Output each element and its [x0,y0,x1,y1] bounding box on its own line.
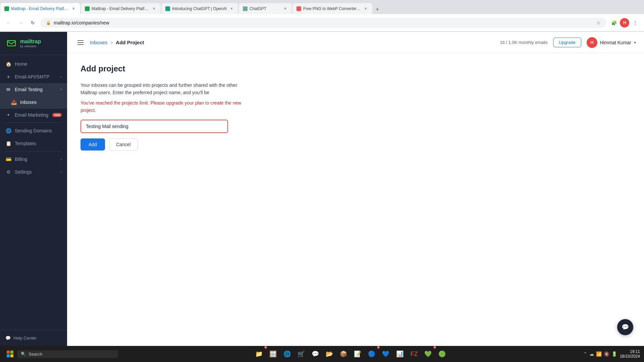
menu-button[interactable] [75,37,86,48]
taskbar-n[interactable]: 📝 [351,347,364,361]
sidebar-item-settings[interactable]: ⚙ Settings › [0,166,67,178]
taskbar-file-explorer[interactable]: 📁 1 [252,347,266,361]
tab-4[interactable]: ChatGPT ✕ [238,3,292,14]
taskbar-chrome[interactable]: 🔵 2 [365,347,378,361]
page-content: Add project Your inboxes can be grouped … [67,53,644,346]
tab-5-favicon [297,6,301,11]
sidebar-item-sending-domains[interactable]: 🌐 Sending Domains [0,124,67,137]
tab-3-title: Introducing ChatGPT | OpenAI [172,6,227,11]
sidebar-item-billing-label: Billing [15,157,57,162]
back-button[interactable]: ← [4,18,13,27]
new-tab-button[interactable]: + [373,5,382,14]
taskbar-store[interactable]: 🛒 [294,347,308,361]
taskbar-vscode[interactable]: 💙 [379,347,392,361]
address-bar[interactable]: 🔒 mailtrap.io/companies/new ☆ [40,18,606,28]
tab-3[interactable]: Introducing ChatGPT | OpenAI ✕ [161,3,238,14]
sidebar-item-email-testing[interactable]: ✉ Email Testing ᵛ [0,83,67,96]
sidebar-divider-2 [5,151,62,152]
tab-1[interactable]: Mailtrap - Email Delivery Platfo... ✕ [0,3,80,14]
taskbar-fz[interactable]: FZ [407,347,421,361]
taskbar-chrome2[interactable]: 🟢 [435,347,449,361]
breadcrumb-separator: > [110,40,113,45]
more-button[interactable]: ⋮ [631,18,640,27]
taskbar-volume[interactable]: 🔇 [604,351,609,357]
tab-5[interactable]: Free PNG to WebP Converter C... ✕ [292,3,373,14]
taskbar-time-text: 19:11 [620,349,640,354]
tab-1-close[interactable]: ✕ [71,6,76,11]
sidebar-item-email-marketing[interactable]: ✦ Email Marketing new [0,109,67,121]
sidebar-item-email-api-label: Email API/SMTP [15,74,57,79]
inboxes-icon: 📥 [11,99,17,105]
profile-button[interactable]: H [620,18,629,27]
sidebar-item-home-label: Home [15,61,62,67]
tab-4-favicon [243,6,248,11]
tab-4-close[interactable]: ✕ [282,6,288,11]
taskbar-date-text: 18/10/2024 [620,354,640,359]
tab-1-title: Mailtrap - Email Delivery Platfo... [11,6,69,11]
taskbar-up-arrow[interactable]: ⌃ [583,351,587,357]
url-text: mailtrap.io/companies/new [54,20,594,25]
bookmark-icon[interactable]: ☆ [596,20,601,25]
help-icon: 💬 [5,336,11,341]
page-title: Add project [80,64,631,73]
help-center-button[interactable]: 💬 Help Center [5,336,62,341]
taskbar-wifi[interactable]: 📶 [596,351,602,357]
taskbar-teams[interactable]: 💬 [309,347,322,361]
user-avatar: H [587,37,597,48]
sidebar-item-inboxes[interactable]: 📥 Inboxes [0,96,67,109]
cancel-button[interactable]: Cancel [109,138,138,150]
help-label: Help Center [13,336,37,341]
taskbar-cloud[interactable]: ☁ [589,351,594,357]
taskbar-edge[interactable]: 🌐 [280,347,294,361]
logo-text: mailtrap by railsware [20,39,41,48]
svg-rect-5 [7,351,10,354]
project-name-input[interactable] [80,120,228,133]
taskbar-search[interactable]: 🔍 Search [17,350,118,358]
taskbar-clock[interactable]: 19:11 18/10/2024 [620,349,640,359]
taskbar-search-icon: 🔍 [21,352,26,356]
start-button[interactable] [4,348,16,360]
header-left: Inboxes > Add Project [75,37,144,48]
sidebar-item-templates[interactable]: 📋 Templates [0,137,67,150]
tab-5-title: Free PNG to WebP Converter C... [303,6,361,11]
logo-sub-text: by railsware [20,45,41,48]
sidebar-item-inboxes-label: Inboxes [20,100,62,105]
taskbar-whatsapp[interactable]: 💚 1 [421,347,435,361]
sidebar: mailtrap by railsware 🏠 Home ✈ Email API… [0,32,67,346]
tab-2-close[interactable]: ✕ [151,6,157,11]
extensions-button[interactable]: 🧩 [609,18,619,27]
taskbar-apps: 📁 1 🪟 🌐 🛒 💬 📂 📦 📝 🔵 2 💙 📊 FZ 💚 1 🟢 [119,347,582,361]
tab-5-close[interactable]: ✕ [363,6,368,11]
tab-bar: Mailtrap - Email Delivery Platfo... ✕ Ma… [0,0,644,14]
chat-widget[interactable]: 💬 [617,319,633,335]
forward-button[interactable]: → [16,18,25,27]
taskbar-excel[interactable]: 📊 [393,347,407,361]
sidebar-divider-1 [5,123,62,123]
user-menu[interactable]: H Himmat Kumar ▾ [587,37,636,48]
add-button[interactable]: Add [80,138,105,150]
sidebar-item-email-api[interactable]: ✈ Email API/SMTP › [0,70,67,83]
refresh-button[interactable]: ↻ [28,18,38,27]
email-testing-icon: ✉ [5,86,11,93]
sidebar-item-billing[interactable]: 💳 Billing › [0,153,67,166]
mailtrap-logo-icon [5,37,17,49]
tab-3-close[interactable]: ✕ [229,6,234,11]
home-icon: 🏠 [5,61,11,67]
upgrade-button[interactable]: Upgrade [553,38,581,47]
taskbar-right: ⌃ ☁ 📶 🔇 🔋 19:11 18/10/2024 [583,349,640,359]
sidebar-item-home[interactable]: 🏠 Home [0,58,67,70]
browser-nav: ← → ↻ 🔒 mailtrap.io/companies/new ☆ 🧩 H … [0,14,644,32]
svg-rect-7 [7,354,10,357]
breadcrumb-inboxes-link[interactable]: Inboxes [90,40,108,45]
form-actions: Add Cancel [80,138,631,150]
breadcrumb: Inboxes > Add Project [90,40,144,45]
taskbar-windows[interactable]: 🪟 [266,347,280,361]
email-marketing-badge: new [52,113,62,117]
taskbar-folder[interactable]: 📂 [323,347,336,361]
user-dropdown-icon: ▾ [634,40,636,45]
sidebar-item-email-testing-label: Email Testing [15,87,57,92]
taskbar-battery[interactable]: 🔋 [611,351,617,357]
tab-2[interactable]: Mailtrap - Email Delivery Platfo... ✕ [80,3,161,14]
svg-rect-3 [77,42,84,43]
taskbar-dropbox[interactable]: 📦 [337,347,350,361]
